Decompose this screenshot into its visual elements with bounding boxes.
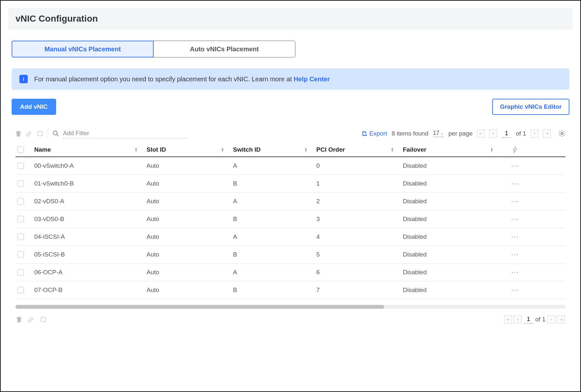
info-banner: i For manual placement option you need t… [12,68,569,90]
export-link[interactable]: Export [362,130,387,137]
cell-pci-order: 4 [316,233,400,240]
row-actions-menu[interactable]: ··· [502,215,528,223]
table-row: 00-vSwitch0-AAutoA0Disabled··· [15,157,566,175]
filter-input[interactable] [62,128,188,138]
info-icon: i [19,75,28,83]
cell-name: 03-vDS0-B [34,216,144,223]
table-row: 03-vDS0-BAutoB3Disabled··· [15,210,566,228]
col-slot-id[interactable]: Slot ID▲▼ [147,146,230,153]
tab-auto-placement[interactable]: Auto vNICs Placement [153,41,295,57]
row-actions-menu[interactable]: ··· [502,197,528,206]
page-prev-button[interactable]: < [489,130,497,137]
gear-icon[interactable] [558,130,566,137]
row-actions-menu[interactable]: ··· [502,179,528,188]
cell-slot-id: Auto [147,162,230,169]
select-all-checkbox[interactable] [17,146,24,153]
cell-switch-id: A [233,233,314,240]
table-toolbar: Export 8 items found 17 ⌄ per page ⇤ < o… [12,128,569,143]
row-checkbox[interactable] [17,216,24,222]
page-first-button[interactable]: ⇤ [477,130,485,137]
page-next-button[interactable]: > [547,316,555,323]
add-vnic-button[interactable]: Add vNIC [12,99,56,115]
page-last-button[interactable]: ⇥ [557,316,565,323]
tab-manual-placement[interactable]: Manual vNICs Placement [12,41,154,57]
cell-slot-id: Auto [147,216,230,223]
row-actions-menu[interactable]: ··· [502,268,528,276]
row-actions-menu[interactable]: ··· [502,286,528,294]
svg-point-3 [561,133,563,135]
row-checkbox[interactable] [17,287,24,293]
action-row: Add vNIC Graphic vNICs Editor [12,99,569,115]
row-checkbox[interactable] [17,180,24,187]
row-actions-menu[interactable]: ··· [502,233,528,241]
col-failover[interactable]: Failover▲▼ [403,146,500,153]
col-pci-order[interactable]: PCI Order▲▼ [316,146,400,153]
row-checkbox[interactable] [17,251,24,258]
tab-row: Manual vNICs Placement Auto vNICs Placem… [12,41,569,57]
cell-name: 04-iSCSI-A [34,233,144,240]
sort-icon: ▲▼ [490,147,493,152]
cell-switch-id: A [233,162,314,169]
cell-pci-order: 3 [316,216,400,223]
cell-failover: Disabled [403,286,500,294]
table-row: 05-iSCSI-BAutoB5Disabled··· [15,246,566,264]
sort-icon: ▲▼ [135,147,138,152]
delete-icon[interactable] [16,316,22,323]
svg-point-1 [53,131,57,135]
sort-icon: ▲▼ [221,147,224,152]
cell-name: 05-iSCSI-B [34,251,144,258]
cell-name: 07-OCP-B [34,286,144,294]
cell-switch-id: B [233,286,314,294]
cell-switch-id: A [233,198,314,205]
cell-slot-id: Auto [147,180,230,187]
cell-slot-id: Auto [147,269,230,276]
search-icon[interactable] [53,130,59,137]
help-center-link[interactable]: Help Center [294,75,330,83]
edit-icon[interactable] [26,130,32,137]
page-prev-button[interactable]: < [514,316,522,323]
table-row: 04-iSCSI-AAutoA4Disabled··· [15,228,566,246]
scrollbar-thumb[interactable] [15,305,384,309]
svg-rect-0 [38,131,42,136]
cell-failover: Disabled [403,269,500,276]
page-first-button[interactable]: ⇤ [504,316,512,323]
cell-failover: Disabled [403,216,500,223]
graphic-vnics-editor-button[interactable]: Graphic vNICs Editor [492,99,569,115]
delete-icon[interactable] [15,130,21,137]
clone-icon[interactable] [40,316,46,323]
cell-slot-id: Auto [147,233,230,240]
clone-icon[interactable] [37,130,43,137]
page-last-button[interactable]: ⇥ [543,130,551,137]
cell-name: 06-OCP-A [34,269,144,276]
cell-switch-id: A [233,269,314,276]
sort-icon: ▲▼ [304,147,307,152]
row-checkbox[interactable] [17,198,24,205]
page-next-button[interactable]: > [531,130,538,137]
cell-pci-order: 7 [316,286,400,294]
cell-pci-order: 5 [316,251,400,258]
svg-rect-4 [41,317,46,322]
per-page-select[interactable]: 17 ⌄ [433,130,444,137]
cell-failover: Disabled [403,251,500,258]
table-footer: ⇤ < of 1 > ⇥ [12,313,569,324]
page-current-input[interactable] [502,129,511,138]
horizontal-scrollbar[interactable] [15,305,566,309]
row-actions-menu[interactable]: ··· [502,250,528,259]
cell-failover: Disabled [403,180,500,187]
per-page-label: per page [448,130,473,137]
page-of-text: of 1 [516,130,526,137]
row-checkbox[interactable] [17,163,24,169]
page-current-input[interactable] [524,315,533,324]
cell-failover: Disabled [403,233,500,240]
sort-icon: ▲▼ [391,147,394,152]
edit-icon[interactable] [28,316,34,323]
row-checkbox[interactable] [17,234,24,240]
row-checkbox[interactable] [17,269,24,276]
chevron-down-icon: ⌄ [441,131,444,136]
lightning-icon[interactable] [513,146,517,153]
col-name[interactable]: Name▲▼ [34,146,144,153]
tab-label: Auto vNICs Placement [190,45,259,53]
vnic-table: Name▲▼ Slot ID▲▼ Switch ID▲▼ PCI Order▲▼… [12,143,569,299]
col-switch-id[interactable]: Switch ID▲▼ [233,146,314,153]
row-actions-menu[interactable]: ··· [502,162,528,170]
